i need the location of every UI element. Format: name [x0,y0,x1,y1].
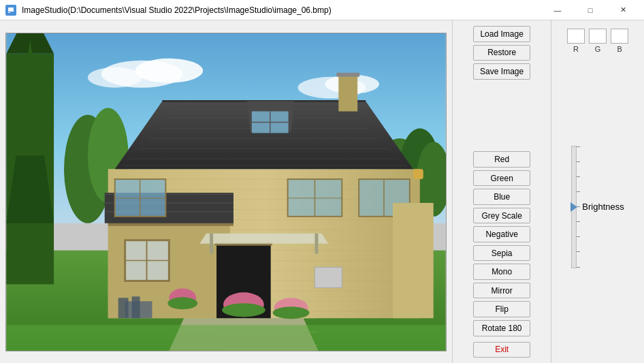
brightness-handle[interactable] [570,202,577,212]
g-label: G [595,45,601,53]
title-text: ImageStudio(D:\Documents\Visual Studio 2… [22,5,332,15]
mono-button[interactable]: Mono [473,264,530,280]
svg-rect-79 [315,233,318,253]
app-icon [5,5,16,16]
svg-rect-78 [210,233,213,253]
main-container: Load Image Restore Save Image Red Green … [0,20,644,363]
svg-rect-92 [6,325,445,351]
exit-button[interactable]: Exit [473,342,530,358]
svg-point-85 [273,306,310,319]
rotate180-button[interactable]: Rotate 180 [473,320,530,336]
far-right-panel: R G B [551,20,644,363]
flip-button[interactable]: Flip [473,301,530,317]
maximize-button[interactable]: □ [575,1,606,20]
svg-point-86 [167,297,197,309]
svg-rect-91 [413,169,423,179]
blue-button[interactable]: Blue [473,189,530,205]
rgb-boxes: R G B [567,29,628,53]
brightness-slider-track[interactable] [571,146,577,268]
b-channel-wrap: B [611,29,628,53]
svg-point-6 [88,67,142,87]
restore-button[interactable]: Restore [473,45,530,61]
title-bar-controls: — □ ✕ [542,1,639,20]
svg-rect-49 [336,72,359,76]
svg-rect-48 [338,74,357,111]
svg-rect-80 [315,267,342,287]
svg-rect-90 [393,202,434,317]
g-color-box [589,29,607,44]
r-color-box [567,29,585,44]
svg-point-5 [135,58,204,82]
image-canvas [5,33,447,351]
close-button[interactable]: ✕ [607,1,639,20]
right-button-panel: Load Image Restore Save Image Red Green … [452,20,551,363]
house-image-svg [6,33,446,351]
svg-marker-77 [199,233,328,243]
grey-scale-button[interactable]: Grey Scale [473,208,530,224]
title-bar: ImageStudio(D:\Documents\Visual Studio 2… [0,0,644,20]
title-bar-left: ImageStudio(D:\Documents\Visual Studio 2… [5,5,332,16]
svg-rect-1 [8,7,14,12]
sepia-button[interactable]: Sepia [473,245,530,262]
save-image-button[interactable]: Save Image [473,63,530,80]
b-label: B [617,45,622,53]
minimize-button[interactable]: — [542,1,573,20]
brightness-label: Brightness [582,202,624,212]
image-area [0,20,452,363]
red-button[interactable]: Red [473,151,530,168]
r-channel-wrap: R [567,29,585,53]
brightness-control: Brightness [571,146,624,268]
b-color-box [611,29,628,44]
svg-point-84 [222,303,265,317]
negative-button[interactable]: Negative [473,226,530,242]
g-channel-wrap: G [589,29,607,53]
load-image-button[interactable]: Load Image [473,26,530,42]
mirror-button[interactable]: Mirror [473,283,530,299]
svg-rect-2 [8,12,10,13]
brightness-arrow-icon [570,202,577,212]
green-button[interactable]: Green [473,170,530,187]
svg-rect-88 [118,298,129,318]
r-label: R [573,45,579,53]
svg-rect-89 [132,296,140,318]
